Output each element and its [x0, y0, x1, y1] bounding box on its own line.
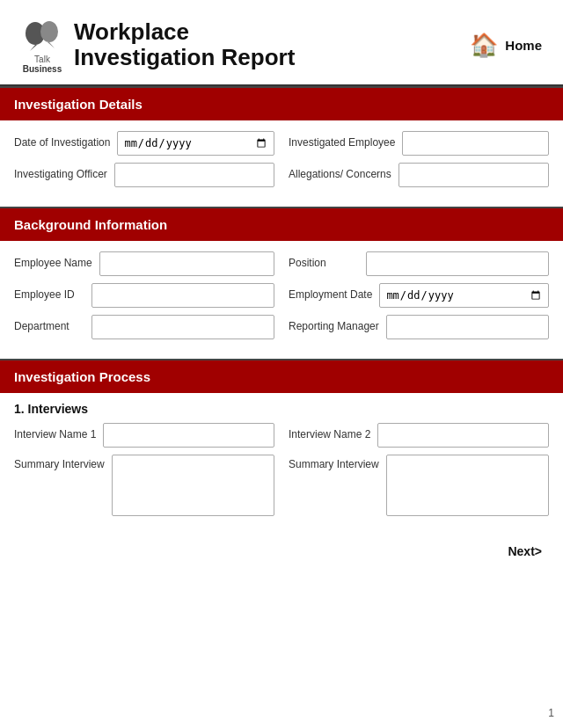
position-input[interactable] [366, 251, 549, 276]
svg-point-2 [40, 21, 58, 42]
reporting-manager-input[interactable] [386, 315, 549, 339]
investigation-row2: Investigating Officer Allegations/ Conce… [14, 163, 549, 187]
allegations-label: Allegations/ Concerns [289, 163, 391, 182]
background-header: Background Information [0, 208, 563, 241]
investigation-details-title: Investigation Details [14, 97, 143, 112]
employee-id-container: Employee ID [14, 283, 274, 308]
process-body: Interview Name 1 Interview Name 2 Summar… [0, 419, 563, 525]
background-body: Employee Name Position Employee ID Emplo… [0, 241, 563, 348]
position-container: Position [289, 251, 549, 276]
bottom-nav: Next> [0, 535, 563, 567]
interview-name1-container: Interview Name 1 [14, 423, 274, 448]
investigating-officer-input[interactable] [114, 163, 274, 187]
title-line2: Investigation Report [74, 45, 295, 70]
background-row2: Employee ID Employment Date [14, 283, 549, 315]
summary-interview1-textarea[interactable] [112, 455, 274, 516]
interviews-row1: Interview Name 1 Interview Name 2 [14, 423, 549, 455]
employee-name-label: Employee Name [14, 251, 92, 271]
department-label: Department [14, 315, 84, 334]
interview-name1-input[interactable] [103, 423, 274, 448]
investigation-details-section: Investigation Details Date of Investigat… [0, 86, 563, 196]
summary-interview1-container: Summary Interview [14, 455, 274, 516]
background-section: Background Information Employee Name Pos… [0, 207, 563, 348]
reporting-manager-label: Reporting Manager [289, 315, 379, 334]
interview-name2-container: Interview Name 2 [289, 423, 549, 448]
allegations-container: Allegations/ Concerns [289, 163, 549, 187]
header-title: Workplace Investigation Report [74, 19, 295, 69]
page-container: TalkBusiness Workplace Investigation Rep… [0, 0, 563, 728]
employment-date-container: Employment Date [289, 283, 549, 308]
investigation-details-header: Investigation Details [0, 88, 563, 120]
background-title: Background Information [14, 217, 167, 232]
reporting-manager-container: Reporting Manager [289, 315, 549, 339]
home-button[interactable]: 🏠 Home [470, 32, 542, 59]
summary-interview2-container: Summary Interview [289, 455, 549, 516]
interview-name1-label: Interview Name 1 [14, 423, 96, 442]
svg-marker-3 [48, 42, 55, 48]
background-row3: Department Reporting Manager [14, 315, 549, 339]
process-title: Investigation Process [14, 369, 150, 384]
date-label: Date of Investigation [14, 131, 110, 150]
date-field-container: Date of Investigation [14, 131, 274, 156]
svg-marker-1 [30, 45, 37, 51]
investigating-officer-container: Investigating Officer [14, 163, 274, 187]
employee-name-input[interactable] [99, 251, 274, 276]
allegations-input[interactable] [398, 163, 549, 187]
process-header: Investigation Process [0, 360, 563, 393]
logo-business: Business [23, 64, 62, 74]
logo-icon [21, 16, 63, 55]
employment-date-label: Employment Date [289, 283, 372, 302]
background-row1: Employee Name Position [14, 251, 549, 283]
investigation-details-body: Date of Investigation Investigated Emplo… [0, 120, 563, 196]
header: TalkBusiness Workplace Investigation Rep… [0, 0, 563, 86]
investigation-row1: Date of Investigation Investigated Emplo… [14, 131, 549, 163]
investigated-employee-container: Investigated Employee [289, 131, 549, 156]
interviews-row2: Summary Interview Summary Interview [14, 455, 549, 516]
investigated-label: Investigated Employee [289, 131, 395, 150]
position-label: Position [289, 251, 359, 271]
employee-id-input[interactable] [91, 283, 274, 308]
home-icon: 🏠 [470, 32, 498, 59]
department-input[interactable] [91, 315, 274, 339]
next-button[interactable]: Next> [508, 544, 542, 558]
employee-name-container: Employee Name [14, 251, 274, 276]
investigating-label: Investigating Officer [14, 163, 107, 182]
logo-text-container: TalkBusiness [23, 55, 62, 74]
interviews-subtitle: 1. Interviews [0, 393, 563, 419]
department-container: Department [14, 315, 274, 339]
home-label: Home [505, 38, 542, 53]
summary-interview2-label: Summary Interview [289, 455, 379, 472]
date-input[interactable] [117, 131, 274, 156]
employee-id-label: Employee ID [14, 283, 84, 302]
page-number: 1 [548, 707, 554, 719]
interview-name2-input[interactable] [377, 423, 549, 448]
investigated-employee-input[interactable] [402, 131, 549, 156]
employment-date-input[interactable] [379, 283, 549, 308]
summary-interview2-textarea[interactable] [386, 455, 549, 516]
logo-container: TalkBusiness [21, 16, 63, 74]
summary-interview1-label: Summary Interview [14, 455, 105, 472]
logo-talk: Talk [34, 55, 50, 64]
header-left: TalkBusiness Workplace Investigation Rep… [21, 16, 295, 74]
title-line1: Workplace [74, 19, 295, 45]
process-section: Investigation Process 1. Interviews Inte… [0, 359, 563, 525]
interview-name2-label: Interview Name 2 [289, 423, 370, 442]
